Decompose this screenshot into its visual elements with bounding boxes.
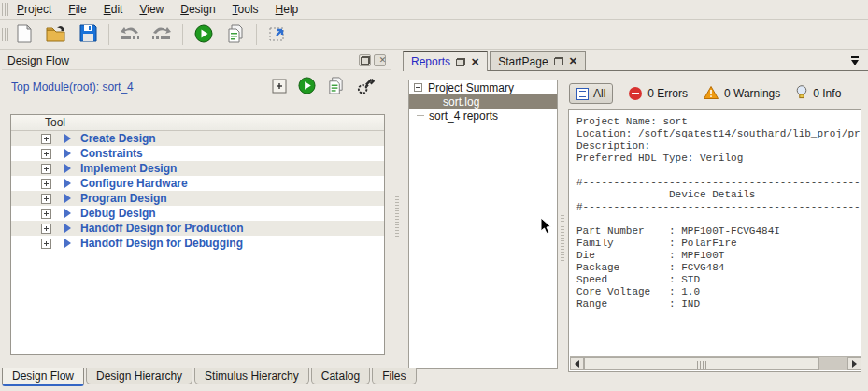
flow-item-implement-design[interactable]: Implement Design <box>11 161 384 176</box>
flow-item-debug-design[interactable]: Debug Design <box>11 206 384 221</box>
scroll-left-arrow-icon <box>575 360 579 368</box>
flow-item-handoff-debugging[interactable]: Handoff Design for Debugging <box>11 236 384 251</box>
menu-tools[interactable]: Tools <box>224 0 267 19</box>
toolbar-separator <box>182 24 183 45</box>
tool-column-header: Tool <box>11 115 384 131</box>
document-tab-bar: Reports ✕ StartPage ✕ <box>403 51 868 71</box>
expand-plus-icon[interactable] <box>41 209 51 219</box>
new-file-button[interactable] <box>11 22 37 47</box>
design-flow-title-label: Design Flow <box>2 54 69 67</box>
report-document-icon <box>226 24 245 46</box>
expand-plus-icon[interactable] <box>41 194 51 204</box>
tab-reports[interactable]: Reports ✕ <box>403 51 488 71</box>
toolbar-drag-handle[interactable] <box>2 28 8 41</box>
info-filter[interactable]: 0 Info <box>796 85 841 102</box>
configure-tools-wrench-icon[interactable] <box>356 77 375 97</box>
flow-arrow-icon <box>64 194 71 203</box>
reports-button[interactable] <box>222 22 249 47</box>
expand-all-icon[interactable] <box>272 79 287 96</box>
view-report-icon[interactable] <box>327 77 345 97</box>
tree-item-sort4-reports[interactable]: sort_4 reports <box>409 109 557 123</box>
run-flow-icon[interactable] <box>298 77 316 97</box>
tab-list-menu-button[interactable] <box>849 55 861 66</box>
application-window: Project File Edit View Design Tools Help <box>0 0 868 391</box>
error-icon <box>629 87 642 100</box>
close-icon: ✕ <box>374 56 387 65</box>
panel-splitter[interactable] <box>391 51 403 367</box>
flow-item-create-design[interactable]: Create Design <box>11 131 384 146</box>
tab-startpage[interactable]: StartPage ✕ <box>490 51 586 70</box>
undo-icon <box>119 24 141 46</box>
expand-plus-icon[interactable] <box>41 179 51 189</box>
tab-design-flow[interactable]: Design Flow <box>2 368 84 386</box>
expand-plus-icon[interactable] <box>41 239 51 249</box>
redo-button[interactable] <box>149 22 175 47</box>
close-tab-icon[interactable]: ✕ <box>471 57 479 67</box>
report-text: Project Name: sort Location: /soft/sqate… <box>569 110 861 311</box>
expand-plus-icon[interactable] <box>41 224 51 234</box>
collapse-minus-icon[interactable] <box>414 83 422 92</box>
menu-project[interactable]: Project <box>8 0 60 19</box>
menu-file[interactable]: File <box>60 0 94 19</box>
main-toolbar <box>0 21 868 50</box>
reports-splitter[interactable] <box>559 80 566 369</box>
save-button[interactable] <box>75 22 101 47</box>
top-module-label: Top Module(root): sort_4 <box>2 80 134 94</box>
scroll-right-button[interactable] <box>847 357 861 370</box>
flow-arrow-icon <box>64 179 71 188</box>
report-filter-toolbar: All 0 Errors 0 Warnings 0 Info <box>566 80 863 108</box>
warning-icon <box>704 86 719 102</box>
flow-arrow-icon <box>64 239 71 248</box>
close-panel-button[interactable]: ✕ <box>374 54 386 66</box>
tab-design-hierarchy[interactable]: Design Hierarchy <box>86 368 192 384</box>
design-flow-panel-title: Design Flow ✕ <box>2 51 391 70</box>
report-horizontal-scrollbar[interactable] <box>570 356 861 370</box>
open-folder-icon <box>46 24 66 46</box>
flow-arrow-icon <box>64 164 71 173</box>
tab-stimulus-hierarchy[interactable]: Stimulus Hierarchy <box>194 368 309 384</box>
toolbar-separator <box>108 24 109 45</box>
report-content[interactable]: Project Name: sort Location: /soft/sqate… <box>568 109 861 372</box>
expand-plus-icon[interactable] <box>41 134 51 144</box>
tab-list-menu-arrow-icon <box>851 60 859 65</box>
toolbar-separator <box>256 24 257 45</box>
export-button[interactable] <box>264 22 291 47</box>
mouse-cursor <box>540 217 552 238</box>
flow-arrow-icon <box>64 224 71 233</box>
tree-item-sort-log[interactable]: sort.log <box>409 94 557 109</box>
run-button[interactable] <box>191 22 217 47</box>
menu-edit[interactable]: Edit <box>95 0 132 19</box>
flow-arrow-icon <box>64 134 71 143</box>
scrollbar-thumb[interactable] <box>584 357 819 370</box>
tab-catalog[interactable]: Catalog <box>311 368 370 384</box>
tab-files[interactable]: Files <box>372 368 416 384</box>
expand-plus-icon[interactable] <box>41 149 51 159</box>
tree-item-project-summary[interactable]: Project Summary <box>409 80 557 94</box>
menubar-drag-handle[interactable] <box>2 3 8 16</box>
design-flow-tree: Tool Create Design Constraints Implement… <box>10 114 385 355</box>
close-tab-icon[interactable]: ✕ <box>569 56 577 66</box>
flow-item-constraints[interactable]: Constraints <box>11 146 384 161</box>
float-tab-icon[interactable] <box>554 57 563 65</box>
filter-all-button[interactable]: All <box>569 83 613 104</box>
open-project-button[interactable] <box>43 22 69 47</box>
errors-filter[interactable]: 0 Errors <box>629 87 688 100</box>
flow-item-configure-hardware[interactable]: Configure Hardware <box>11 176 384 191</box>
flow-item-program-design[interactable]: Program Design <box>11 191 384 206</box>
float-panel-button[interactable] <box>359 54 371 66</box>
scrollbar-track[interactable] <box>819 357 847 370</box>
save-icon <box>79 24 97 45</box>
menu-help[interactable]: Help <box>267 0 307 19</box>
expand-plus-icon[interactable] <box>41 164 51 174</box>
menu-view[interactable]: View <box>131 0 172 19</box>
undo-button[interactable] <box>117 22 143 47</box>
export-view-icon <box>268 24 287 46</box>
float-icon <box>361 56 370 65</box>
float-tab-icon[interactable] <box>456 58 465 66</box>
flow-arrow-icon <box>64 149 71 158</box>
run-play-icon <box>194 24 213 46</box>
scroll-left-button[interactable] <box>570 357 584 370</box>
warnings-filter[interactable]: 0 Warnings <box>704 86 780 102</box>
menu-design[interactable]: Design <box>172 0 223 19</box>
flow-item-handoff-production[interactable]: Handoff Design for Production <box>11 221 384 236</box>
